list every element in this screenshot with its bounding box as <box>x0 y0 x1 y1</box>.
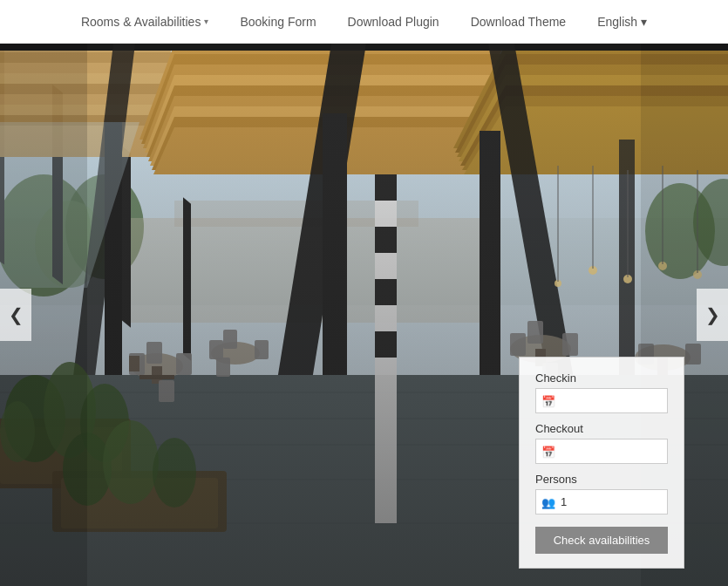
checkin-label: Checkin <box>535 371 668 385</box>
chevron-left-icon: ❮ <box>9 304 24 325</box>
chevron-down-icon: ▾ <box>204 17 208 26</box>
hero-section: ❮ ❯ Checkin 📅 Checkout 📅 Persons 👥 Check… <box>0 44 728 586</box>
chevron-right-icon: ❯ <box>705 304 720 325</box>
nav-language[interactable]: English ▾ <box>597 15 647 29</box>
carousel-prev-button[interactable]: ❮ <box>0 289 31 341</box>
main-nav: Rooms & Availabilities ▾ Booking Form Do… <box>0 0 728 44</box>
chevron-down-icon-lang: ▾ <box>641 15 647 29</box>
checkout-field-wrap: 📅 <box>535 439 668 464</box>
booking-widget: Checkin 📅 Checkout 📅 Persons 👥 Check ava… <box>519 357 684 569</box>
persons-label: Persons <box>535 473 668 486</box>
nav-booking-form[interactable]: Booking Form <box>240 15 316 29</box>
nav-rooms[interactable]: Rooms & Availabilities ▾ <box>81 15 208 29</box>
nav-download-plugin[interactable]: Download Plugin <box>348 15 439 29</box>
persons-field-wrap: 👥 <box>535 489 668 514</box>
nav-language-label: English <box>597 15 637 29</box>
calendar-icon: 📅 <box>541 394 555 407</box>
nav-theme-label: Download Theme <box>471 15 566 29</box>
nav-rooms-label: Rooms & Availabilities <box>81 15 201 29</box>
persons-icon: 👥 <box>541 495 555 508</box>
nav-booking-label: Booking Form <box>240 15 316 29</box>
checkout-label: Checkout <box>535 422 668 435</box>
checkin-field-wrap: 📅 <box>535 388 668 413</box>
check-availabilities-button[interactable]: Check availabilities <box>535 527 668 554</box>
nav-plugin-label: Download Plugin <box>348 15 439 29</box>
carousel-next-button[interactable]: ❯ <box>697 289 728 341</box>
nav-download-theme[interactable]: Download Theme <box>471 15 566 29</box>
calendar-icon-checkout: 📅 <box>541 445 555 458</box>
